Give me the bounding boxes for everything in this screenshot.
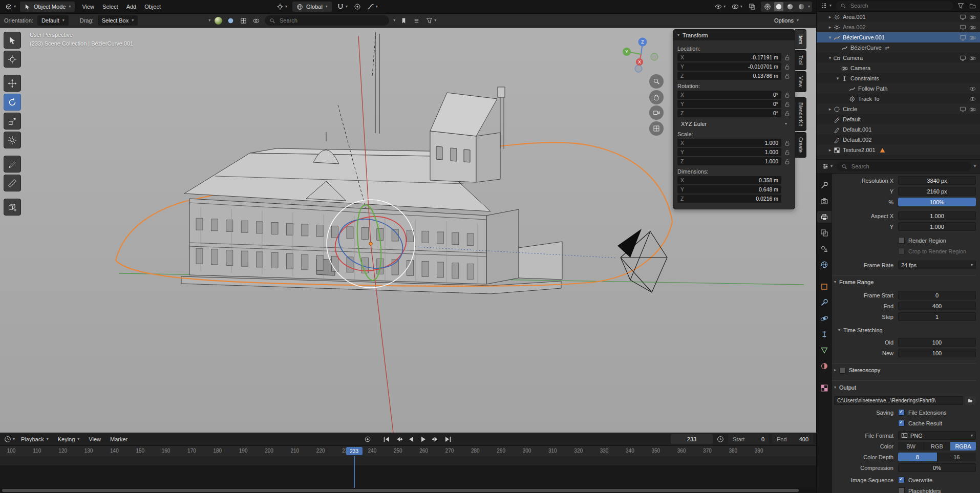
axis-neg-z[interactable] [635,65,642,72]
auto-keying-toggle[interactable] [363,435,372,444]
options-button[interactable]: Options▾ [770,15,803,26]
end-field[interactable]: 400 [898,302,976,310]
cache-result-checkbox[interactable] [898,420,905,426]
properties-options-chevron[interactable]: ▾ [974,164,976,168]
menu-playback[interactable]: Playback▾ [17,436,53,442]
option-bw[interactable]: BW [898,442,924,451]
render-region-checkbox[interactable] [898,237,905,244]
outliner-row-camera[interactable]: ▾Camera [817,53,980,63]
shading-material-button[interactable] [785,2,795,11]
display-mode-button[interactable] [226,16,235,25]
properties-tab-render[interactable] [817,195,832,207]
dimensions-z-field[interactable]: Z0.0216 m [677,195,781,203]
drag-select[interactable]: Select Box▾ [98,15,138,26]
scale-z-field[interactable]: Z1.000 [677,157,781,165]
camera-view-button[interactable] [649,105,664,120]
menu-marker[interactable]: Marker [106,436,132,442]
menu-keying[interactable]: Keying▾ [54,436,84,442]
menu-select[interactable]: Select [98,4,122,10]
disable-viewport-icon[interactable] [960,55,966,61]
frame-rate-select[interactable]: 24 fps▾ [898,261,976,269]
jump-end-button[interactable] [443,434,453,444]
outliner-row-area-002[interactable]: ▸Area.002 [817,22,980,32]
location-y-field[interactable]: Y-0.010701 m [677,62,781,71]
properties-editor-type-button[interactable]: ▾ [821,162,834,171]
outliner-row-b-ziercurve-001[interactable]: ▾BézierCurve.001 [817,32,980,42]
next-keyframe-button[interactable] [431,434,441,444]
old-field[interactable]: 100 [898,338,976,347]
lock-icon[interactable] [784,54,791,61]
proportional-editing-toggle[interactable] [353,2,362,11]
properties-tab-physics[interactable] [817,312,832,324]
current-frame-indicator[interactable]: 233 [346,447,363,455]
jump-start-button[interactable] [381,434,392,444]
disable-render-icon[interactable] [969,34,976,41]
tool-measure[interactable] [4,175,21,191]
outliner-row-default[interactable]: Default [817,114,980,124]
lock-icon[interactable] [784,110,791,117]
rotation-z-field[interactable]: Z0° [677,109,781,117]
rotation-mode-select[interactable]: XYZ Euler▾ [677,119,791,128]
disable-viewport-icon[interactable] [960,24,966,31]
shading-wireframe-button[interactable] [763,2,772,11]
sidebar-tab-tool[interactable]: Tool [795,50,806,70]
aspect-x-field[interactable]: 1.000 [898,211,976,220]
sidebar-tab-item[interactable]: Item [795,29,806,49]
outliner-editor-type-button[interactable]: ▾ [820,1,833,10]
properties-tab-world[interactable] [817,259,832,270]
tool-select-box[interactable] [4,32,21,49]
resolution-x-field[interactable]: 3840 px [898,176,976,185]
tool-search-input[interactable] [279,17,385,24]
option-rgba[interactable]: RGBA [950,442,976,451]
properties-search-input[interactable] [850,163,966,170]
step-field[interactable]: 1 [898,312,976,321]
disclosure-icon[interactable]: ▸ [826,148,834,153]
output-path-field[interactable]: C:\Users\nineteentwe...\Renderings\Fahrt… [834,396,963,405]
transform-pivot-button[interactable]: ▾ [275,2,288,11]
ortho-grid-button[interactable] [649,121,664,136]
proportional-falloff-button[interactable]: ▾ [366,2,379,11]
timeline-scrollbar[interactable] [2,489,799,492]
orientation-select[interactable]: Default▾ [37,15,69,26]
navigation-gizmo[interactable]: Z Y X [618,31,664,77]
asset-chevron[interactable]: ▾ [208,18,210,23]
lock-icon[interactable] [784,149,791,156]
mode-select[interactable]: Object Mode▾ [20,2,75,12]
menu-view[interactable]: View [78,4,98,10]
outliner-row-b-ziercurve[interactable]: BézierCurve⇄ [817,42,980,53]
option-8[interactable]: 8 [898,453,938,461]
disable-viewport-icon[interactable] [960,106,966,113]
sidebar-tab-blenderkit[interactable]: BlenderKit [795,97,806,131]
playhead-line[interactable] [354,456,355,488]
lock-icon[interactable] [784,92,791,98]
tool-rotate[interactable] [4,94,21,111]
outliner-row-circle[interactable]: ▸Circle [817,104,980,114]
disable-render-icon[interactable] [969,14,976,20]
eye-icon[interactable] [969,85,976,92]
dimensions-y-field[interactable]: Y0.648 m [677,185,781,194]
disable-viewport-icon[interactable] [960,14,966,20]
overwrite-checkbox[interactable] [898,477,905,483]
menu-timeline-view[interactable]: View [84,436,105,442]
frame-start-field[interactable]: 0 [898,291,976,299]
tool-move[interactable] [4,75,21,92]
outliner-row-default-001[interactable]: Default.001 [817,124,980,135]
timeline-ruler[interactable]: 1001101201301401501601701801902002102202… [0,446,816,457]
option-16[interactable]: 16 [938,453,976,461]
disable-render-icon[interactable] [969,24,976,31]
file-format-select[interactable]: PNG▾ [898,431,976,440]
snap-toggle[interactable]: ▾ [336,2,349,11]
outliner-row-default-002[interactable]: Default.002 [817,135,980,145]
location-z-field[interactable]: Z0.13786 m [677,72,781,80]
properties-tab-texture[interactable] [817,382,832,394]
eye-icon[interactable] [969,96,976,102]
disclosure-icon[interactable]: ▾ [826,56,834,60]
new-field[interactable]: 100 [898,349,976,357]
location-x-field[interactable]: X-0.17191 m [677,53,781,61]
lock-icon[interactable] [784,158,791,165]
viewport-3d[interactable]: User Perspective (233) Scene Collection … [0,28,816,433]
sidebar-tab-create[interactable]: Create [795,132,806,158]
play-button[interactable] [418,434,429,444]
rotation-x-field[interactable]: X0° [677,91,781,99]
properties-tab-output[interactable] [817,211,832,223]
